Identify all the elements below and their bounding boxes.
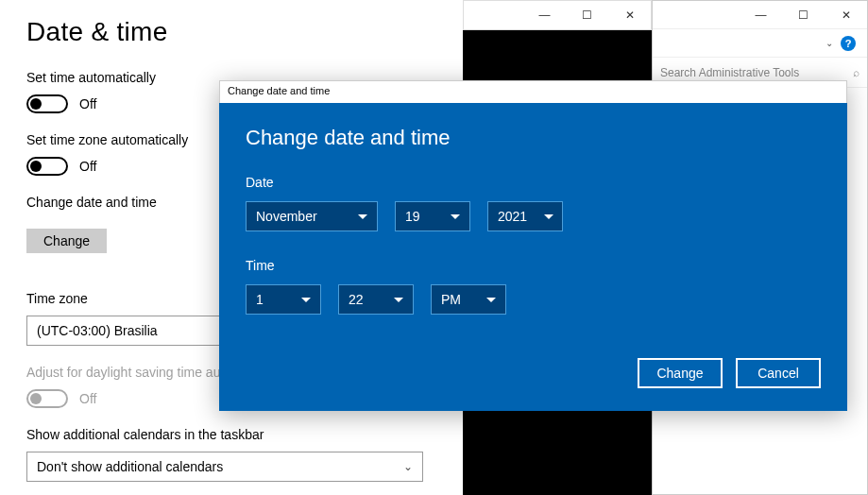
dst-state: Off (79, 391, 96, 406)
change-date-time-dialog: Change date and time Change date and tim… (219, 80, 847, 411)
explorer-titlebar: — ☐ ✕ (653, 1, 867, 29)
month-select[interactable]: November (246, 201, 378, 231)
chevron-down-icon (358, 214, 367, 219)
minimize-button[interactable]: — (523, 1, 566, 29)
date-combo-row: November 19 2021 (246, 201, 821, 231)
add-cal-value: Don't show additional calendars (37, 459, 223, 474)
setting-additional-calendars: Show additional calendars in the taskbar… (26, 427, 436, 482)
maximize-button[interactable]: ☐ (566, 1, 608, 29)
chevron-down-icon: ⌄ (403, 460, 413, 473)
month-value: November (256, 209, 317, 224)
console-titlebar: — ☐ ✕ (463, 0, 652, 30)
ampm-select[interactable]: PM (431, 284, 506, 315)
auto-time-toggle[interactable] (26, 94, 68, 113)
help-icon[interactable]: ? (841, 36, 856, 51)
minute-value: 22 (349, 292, 364, 307)
maximize-button[interactable]: ☐ (782, 1, 825, 29)
search-icon[interactable]: ⌕ (853, 66, 859, 79)
hour-value: 1 (256, 292, 264, 307)
hour-select[interactable]: 1 (246, 284, 321, 315)
chevron-down-icon (544, 214, 553, 219)
day-select[interactable]: 19 (395, 201, 470, 231)
explorer-toolbar-row: ⌄ ? (653, 29, 867, 58)
minute-select[interactable]: 22 (338, 284, 414, 315)
dialog-heading: Change date and time (246, 126, 821, 150)
time-label: Time (246, 258, 821, 273)
date-label: Date (246, 175, 821, 190)
dst-toggle (26, 389, 68, 408)
chevron-down-icon (486, 298, 496, 302)
add-cal-select[interactable]: Don't show additional calendars ⌄ (26, 452, 423, 482)
minimize-button[interactable]: — (740, 1, 782, 29)
dialog-titlebar: Change date and time (219, 80, 847, 103)
close-button[interactable]: ✕ (825, 1, 867, 29)
ampm-value: PM (441, 292, 461, 307)
chevron-down-icon (451, 214, 460, 219)
add-cal-label: Show additional calendars in the taskbar (26, 427, 436, 442)
change-button[interactable]: Change (26, 229, 107, 253)
chevron-down-icon (394, 298, 403, 302)
day-value: 19 (405, 209, 420, 224)
year-value: 2021 (498, 209, 527, 224)
search-placeholder-text: Search Administrative Tools (660, 66, 799, 79)
year-select[interactable]: 2021 (487, 201, 563, 231)
page-title: Date & time (26, 17, 436, 47)
dialog-cancel-button[interactable]: Cancel (736, 358, 821, 388)
dialog-change-button[interactable]: Change (638, 358, 723, 388)
chevron-down-icon[interactable]: ⌄ (825, 38, 833, 48)
close-button[interactable]: ✕ (608, 1, 651, 29)
auto-tz-toggle[interactable] (26, 157, 68, 176)
chevron-down-icon (301, 298, 311, 302)
auto-tz-state: Off (79, 159, 96, 174)
dialog-footer: Change Cancel (246, 349, 821, 388)
timezone-value: (UTC-03:00) Brasilia (37, 323, 158, 338)
time-combo-row: 1 22 PM (246, 284, 821, 315)
auto-time-state: Off (79, 96, 96, 111)
